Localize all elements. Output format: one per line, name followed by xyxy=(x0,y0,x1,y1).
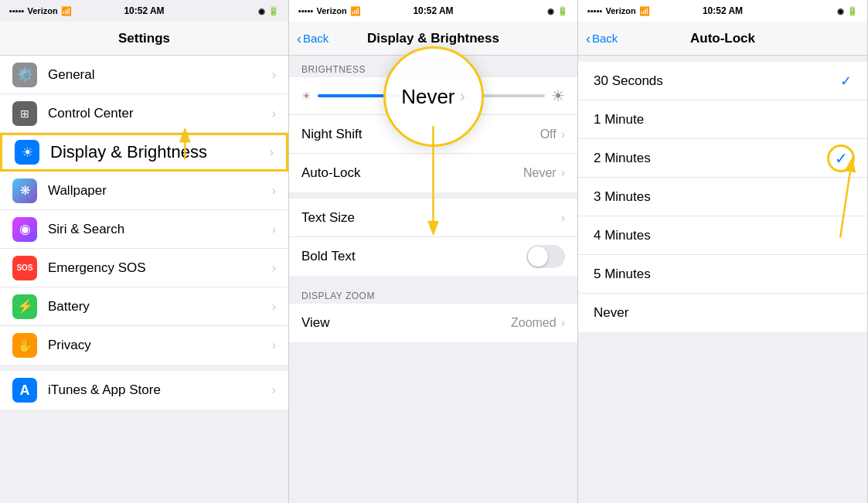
status-right-2: ◉ 🔋 xyxy=(547,6,568,16)
emergency-sos-icon: SOS xyxy=(12,256,37,280)
display-list-group-2: Text Size › Bold Text xyxy=(289,199,577,276)
bold-text-item[interactable]: Bold Text xyxy=(289,237,577,276)
siri-label: Siri & Search xyxy=(48,222,272,237)
settings-panel: ▪▪▪▪▪ Verizon 📶 10:52 AM ◉ 🔋 Settings ⚙️… xyxy=(0,0,289,503)
auto-lock-back-button[interactable]: ‹ Back xyxy=(586,32,618,46)
wallpaper-chevron: › xyxy=(272,184,276,198)
wifi-icon-2: 📶 xyxy=(350,6,361,16)
privacy-chevron: › xyxy=(272,338,276,352)
autolock-30s[interactable]: 30 Seconds ✓ xyxy=(578,62,867,100)
location-icon-2: ◉ xyxy=(547,7,554,15)
separator-3 xyxy=(289,276,577,282)
settings-item-siri[interactable]: ◉ Siri & Search › xyxy=(0,210,288,249)
battery-icon-2: 🔋 xyxy=(557,6,568,16)
night-shift-chevron: › xyxy=(561,127,565,141)
autolock-5m[interactable]: 5 Minutes xyxy=(578,255,867,294)
view-item[interactable]: View Zoomed › xyxy=(289,304,577,342)
autolock-5m-label: 5 Minutes xyxy=(594,267,651,282)
itunes-chevron: › xyxy=(272,383,276,397)
emergency-sos-label: Emergency SOS xyxy=(48,260,272,276)
time-label-1: 10:52 AM xyxy=(124,5,164,16)
signal-icon-2: ▪▪▪▪▪ xyxy=(298,6,314,15)
auto-lock-nav-bar: ‹ Back Auto-Lock xyxy=(578,22,867,56)
settings-item-display-brightness[interactable]: ☀ Display & Brightness › xyxy=(0,133,288,172)
battery-icon: ⚡ xyxy=(12,294,37,319)
back-label-3: Back xyxy=(592,32,618,45)
autolock-4m[interactable]: 4 Minutes xyxy=(578,216,867,255)
signal-icon: ▪▪▪▪▪ xyxy=(9,6,25,15)
autolock-never[interactable]: Never xyxy=(578,294,867,332)
status-right-1: ◉ 🔋 xyxy=(258,6,279,16)
settings-item-general[interactable]: ⚙️ General › xyxy=(0,56,288,94)
settings-item-emergency-sos[interactable]: SOS Emergency SOS › xyxy=(0,249,288,287)
battery-icon-1: 🔋 xyxy=(268,6,279,16)
location-icon-3: ◉ xyxy=(837,7,844,15)
settings-item-wallpaper[interactable]: ❋ Wallpaper › xyxy=(0,172,288,210)
text-size-item[interactable]: Text Size › xyxy=(289,199,577,237)
brightness-high-icon: ☀ xyxy=(551,87,565,105)
signal-icon-3: ▪▪▪▪▪ xyxy=(587,6,603,15)
privacy-icon: ✋ xyxy=(12,333,37,358)
time-label-3: 10:52 AM xyxy=(703,5,743,16)
autolock-never-label: Never xyxy=(594,305,628,321)
general-chevron: › xyxy=(272,68,276,82)
autolock-2m-circle: ✓ xyxy=(827,144,855,172)
itunes-label: iTunes & App Store xyxy=(48,382,272,398)
display-back-button[interactable]: ‹ Back xyxy=(297,32,328,46)
display-zoom-group: View Zoomed › xyxy=(289,304,577,342)
display-brightness-panel: ▪▪▪▪▪ Verizon 📶 10:52 AM ◉ 🔋 ‹ Back Disp… xyxy=(289,0,578,503)
brightness-low-icon: ☀ xyxy=(301,90,311,102)
status-carrier-3: ▪▪▪▪▪ Verizon 📶 xyxy=(587,6,650,16)
settings-list: ⚙️ General › ⊞ Control Center › ☀ Displa… xyxy=(0,56,288,503)
view-chevron: › xyxy=(561,316,565,330)
control-center-label: Control Center xyxy=(48,106,272,121)
wifi-icon-3: 📶 xyxy=(639,6,650,16)
view-value: Zoomed xyxy=(511,316,557,330)
emergency-sos-chevron: › xyxy=(272,261,276,275)
never-bubble: Never › xyxy=(383,46,484,147)
autolock-1m-label: 1 Minute xyxy=(594,112,644,127)
autolock-3m-label: 3 Minutes xyxy=(594,189,651,205)
wallpaper-label: Wallpaper xyxy=(48,183,272,199)
carrier-label-3: Verizon xyxy=(606,6,636,15)
display-zoom-label: DISPLAY ZOOM xyxy=(301,291,375,301)
display-brightness-chevron: › xyxy=(270,145,274,159)
auto-lock-list: 30 Seconds ✓ 1 Minute 2 Minutes ✓ 3 Minu… xyxy=(578,62,867,332)
carrier-label-2: Verizon xyxy=(317,6,347,15)
battery-chevron: › xyxy=(272,300,276,314)
status-bar-3: ▪▪▪▪▪ Verizon 📶 10:52 AM ◉ 🔋 xyxy=(578,0,867,22)
settings-title: Settings xyxy=(118,31,170,46)
control-center-icon: ⊞ xyxy=(12,101,37,126)
general-label: General xyxy=(48,67,272,83)
autolock-2m-checkmark: ✓ xyxy=(835,149,848,168)
settings-item-itunes[interactable]: A iTunes & App Store › xyxy=(0,371,288,410)
display-brightness-title: Display & Brightness xyxy=(367,31,499,46)
settings-nav-bar: Settings xyxy=(0,22,288,56)
autolock-3m[interactable]: 3 Minutes xyxy=(578,178,867,216)
carrier-label-1: Verizon xyxy=(28,6,58,15)
control-center-chevron: › xyxy=(272,107,276,121)
back-chevron-icon: ‹ xyxy=(297,32,301,46)
auto-lock-chevron: › xyxy=(561,166,565,180)
siri-chevron: › xyxy=(272,223,276,236)
settings-item-battery[interactable]: ⚡ Battery › xyxy=(0,287,288,326)
general-icon: ⚙️ xyxy=(12,63,37,87)
status-carrier-1: ▪▪▪▪▪ Verizon 📶 xyxy=(9,6,72,16)
settings-item-privacy[interactable]: ✋ Privacy › xyxy=(0,326,288,365)
autolock-2m-label: 2 Minutes xyxy=(594,151,651,166)
settings-item-control-center[interactable]: ⊞ Control Center › xyxy=(0,94,288,133)
autolock-1m[interactable]: 1 Minute xyxy=(578,100,867,139)
brightness-section-label: BRIGHTNESS xyxy=(301,64,366,75)
settings-group-2: A iTunes & App Store › xyxy=(0,371,288,410)
autolock-2m[interactable]: 2 Minutes ✓ xyxy=(578,139,867,178)
separator-top xyxy=(578,56,867,62)
privacy-label: Privacy xyxy=(48,338,272,353)
bold-text-toggle[interactable] xyxy=(526,245,565,268)
siri-icon: ◉ xyxy=(12,217,37,242)
back-chevron-icon-3: ‹ xyxy=(586,32,591,46)
back-label-2: Back xyxy=(303,32,328,45)
battery-icon-3: 🔋 xyxy=(847,6,858,16)
settings-group-1: ⚙️ General › ⊞ Control Center › ☀ Displa… xyxy=(0,56,288,365)
auto-lock-item[interactable]: Auto-Lock Never › xyxy=(289,154,577,192)
view-label: View xyxy=(301,315,511,331)
